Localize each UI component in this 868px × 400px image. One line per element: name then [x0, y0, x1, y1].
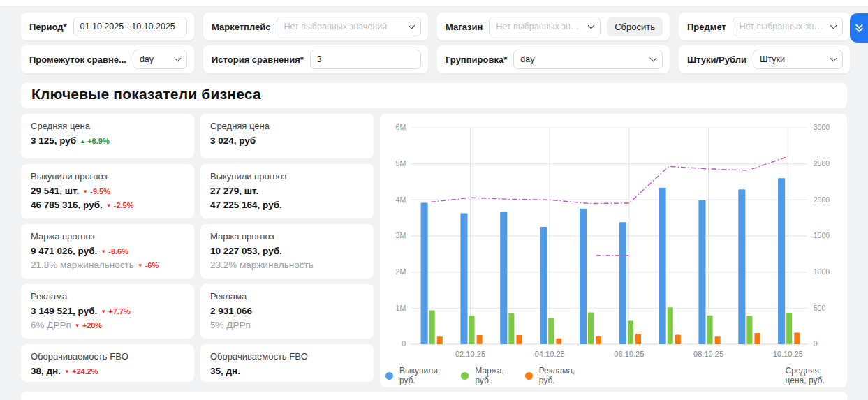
kpi-delta-badge: ▼ +24.2%: [64, 367, 98, 376]
kpi-title: Оборачиваемость FBO: [210, 350, 364, 363]
kpi-value: 38, дн.: [31, 366, 61, 376]
kpi-title: Средняя цена: [210, 120, 364, 133]
kpi-value-line: 27 279, шт.: [210, 184, 364, 198]
kpi-card: Маржа прогноз9 471 026, руб.▼ -8.6%21.8%…: [21, 224, 194, 279]
kpi-value: 3 024, руб: [210, 135, 256, 146]
kpi-delta-badge: ▼ -8.6%: [101, 247, 128, 255]
reset-button[interactable]: Сбросить: [607, 17, 663, 36]
marketplace-placeholder: Нет выбранных значений: [284, 22, 404, 31]
kpi-card: Маржа прогноз10 227 053, руб.23.2% маржи…: [200, 224, 374, 279]
filter-grouping: Группировка* day: [437, 45, 670, 73]
kpi-delta-badge: ▼ -6%: [138, 261, 159, 269]
chevron-down-icon: [409, 22, 415, 29]
triangle-down-icon: ▼: [75, 323, 80, 329]
kpi-value-line: 6% ДРРп▼ +20%: [31, 318, 184, 332]
kpi-card: Реклама3 149 521, руб.▼ +7.7%6% ДРРп▼ +2…: [21, 284, 194, 339]
period-input[interactable]: 01.10.2025 - 10.10.2025: [73, 17, 187, 36]
kpi-card: Средняя цена3 024, руб: [200, 114, 374, 158]
kpi-card: Выкупили прогноз27 279, шт.47 225 164, р…: [200, 164, 374, 218]
compare-interval-value: day: [140, 54, 170, 64]
subject-select[interactable]: Нет выбранных значений: [733, 17, 843, 36]
compare-interval-select[interactable]: day: [133, 50, 187, 69]
chevron-down-icon: [830, 22, 837, 29]
legend-item[interactable]: Реклама, руб.: [525, 366, 575, 385]
kpi-value: 29 541, шт.: [31, 186, 79, 196]
kpi-grid: Средняя цена3 125, руб▲ +6.9%Средняя цен…: [21, 114, 374, 387]
legend-label: Выкупили, руб.: [399, 366, 440, 385]
kpi-value: 27 279, шт.: [210, 186, 258, 196]
kpi-card: Выкупили прогноз29 541, шт.▼ -9.5%46 785…: [21, 164, 194, 218]
kpi-value-line: 46 785 316, руб.▼ -2.5%: [31, 198, 184, 212]
kpi-title: Реклама: [210, 290, 364, 303]
svg-text:0: 0: [402, 340, 406, 348]
kpi-title: Средняя цена: [31, 120, 184, 133]
chart-legend: Выкупили, руб.Маржа, руб.Реклама, руб.Ср…: [385, 365, 841, 386]
kpi-delta-badge: ▼ -9.5%: [82, 187, 110, 195]
kpi-card: Оборачиваемость FBO35, дн.: [200, 344, 374, 382]
kpi-title: Маржа прогноз: [210, 230, 364, 243]
chart-card: 01M2M3M4M5M6M05001000150020002500300002.…: [380, 114, 847, 387]
filters-row-2: Промежуток сравне... day История сравнен…: [21, 45, 847, 73]
svg-text:04.10.25: 04.10.25: [535, 350, 565, 358]
chevron-down-icon: [650, 54, 657, 61]
legend-item[interactable]: Выкупили, руб.: [385, 366, 440, 385]
expand-filters-button[interactable]: [850, 13, 868, 43]
page-title: Ключевые показатели бизнеса: [31, 86, 837, 103]
kpi-value: 6% ДРРп: [31, 320, 71, 330]
marketplace-select[interactable]: Нет выбранных значений: [277, 17, 421, 36]
filters-row-1: Период* 01.10.2025 - 10.10.2025 Маркетпл…: [21, 13, 847, 40]
legend-label: Средняя цена, руб.: [786, 366, 842, 385]
kpi-value-line: 35, дн.: [210, 364, 364, 378]
triangle-down-icon: ▼: [101, 309, 106, 315]
kpi-delta-badge: ▲ +6.9%: [80, 137, 109, 145]
grouping-select[interactable]: day: [513, 50, 663, 69]
svg-text:4M: 4M: [396, 195, 406, 204]
filter-period: Период* 01.10.2025 - 10.10.2025: [21, 13, 194, 40]
kpi-value-line: 3 125, руб▲ +6.9%: [31, 134, 184, 148]
top-strip: [0, 0, 868, 6]
svg-text:2500: 2500: [814, 159, 830, 168]
svg-text:1M: 1M: [396, 304, 406, 312]
main-content: Средняя цена3 125, руб▲ +6.9%Средняя цен…: [0, 114, 868, 387]
filter-shop: Магазин Нет выбранных значений Сбросить: [437, 13, 670, 40]
kpi-value-line: 9 471 026, руб.▼ -8.6%: [31, 244, 184, 258]
chevron-down-icon: [830, 54, 837, 61]
svg-text:2000: 2000: [814, 195, 830, 204]
filter-compare-interval: Промежуток сравне... day: [21, 45, 194, 73]
legend-item[interactable]: Маржа, руб.: [461, 366, 504, 385]
units-value: Штуки: [760, 54, 825, 64]
period-label: Период*: [29, 22, 67, 32]
kpi-delta-badge: ▼ +20%: [75, 321, 102, 329]
kpi-value-line: 3 024, руб: [210, 134, 364, 148]
legend-dash-line-icon: [596, 253, 779, 400]
legend-label: Маржа, руб.: [475, 366, 504, 385]
units-select[interactable]: Штуки: [753, 50, 843, 69]
section-header-card: Ключевые показатели бизнеса: [21, 83, 847, 108]
y-axis-left: 01M2M3M4M5M6M: [396, 124, 406, 348]
filter-subject: Предмет Нет выбранных значений: [679, 13, 850, 40]
legend-item[interactable]: Средняя цена, руб.: [596, 253, 841, 400]
svg-text:3000: 3000: [814, 124, 830, 132]
kpi-value-line: 10 227 053, руб.: [210, 244, 364, 258]
kpi-value-line: 38, дн.▼ +24.2%: [31, 364, 184, 378]
kpi-title: Выкупили прогноз: [210, 170, 364, 183]
kpi-value: 21.8% маржинальность: [31, 260, 134, 270]
kpi-value-line: 3 149 521, руб.▼ +7.7%: [31, 304, 184, 318]
kpi-value: 35, дн.: [210, 366, 240, 376]
grouping-value: day: [520, 54, 645, 64]
legend-dot-icon: [461, 372, 469, 380]
kpi-value: 3 149 521, руб.: [31, 306, 97, 316]
kpi-value-line: 5% ДРРп: [210, 318, 364, 332]
legend-label: Реклама, руб.: [539, 366, 575, 385]
shop-select[interactable]: Нет выбранных значений: [489, 17, 601, 36]
kpi-value: 10 227 053, руб.: [210, 246, 282, 256]
double-chevron-down-icon: [854, 23, 865, 34]
kpi-card: Реклама2 931 0665% ДРРп: [200, 284, 374, 339]
svg-text:6M: 6M: [396, 124, 406, 132]
triangle-down-icon: ▼: [64, 369, 70, 375]
chevron-down-icon: [588, 22, 595, 29]
svg-text:3M: 3M: [396, 232, 406, 240]
compare-history-input[interactable]: 3: [310, 50, 421, 69]
filter-units: Штуки/Рубли Штуки: [679, 45, 850, 73]
grouping-label: Группировка*: [446, 54, 507, 65]
